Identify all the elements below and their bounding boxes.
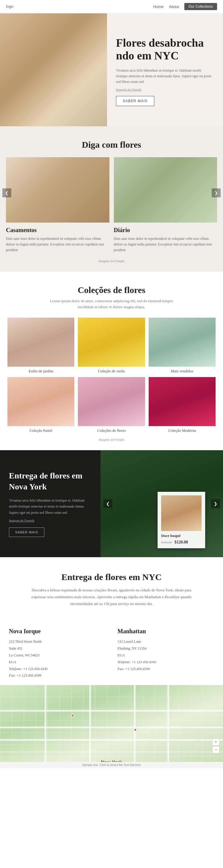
collection-item-3[interactable]: Mais vendidos	[149, 318, 216, 374]
hero-title: Flores desabrocha ndo em NYC	[116, 36, 213, 62]
collections-section: Coleções de flores Lorem ipsum dolor sit…	[0, 272, 223, 451]
nyc-delivery-title: Entrega de flores em NYC	[9, 572, 214, 582]
delivery-dark-cta-button[interactable]: SABER MAIS	[9, 527, 44, 537]
collection-img-6	[149, 377, 216, 426]
nav-links: Home About Our Collections	[153, 3, 217, 10]
map-zoom-controls: + −	[212, 738, 219, 753]
carousel-item-weddings: Casamentos Duis aute irure dolor in repr…	[6, 157, 109, 253]
location-manhattan: Manhattan 132 Laurel LaneFlushing, NY 11…	[117, 628, 214, 679]
carousel-title-weddings: Casamentos	[6, 227, 109, 234]
collection-label-2: Coleção de verão	[78, 369, 145, 374]
bouquet-new-price: $120.00	[174, 540, 188, 545]
delivery-dark-freepik-link[interactable]: Imagem de Freepik	[9, 519, 91, 522]
locations-section: Nova Iorque 232 Third Street NorthSuite …	[0, 619, 223, 679]
logo: logo	[6, 4, 13, 9]
carousel-title-daily: Diário	[114, 227, 217, 234]
bouquet-card: Doce buquê $150.00 $120.00	[158, 492, 205, 548]
collections-subtitle: Lorem ipsum dolor sit amet, consectetur …	[49, 298, 174, 311]
navigation: logo Home About Our Collections	[0, 0, 223, 13]
hero-image	[0, 13, 107, 126]
delivery-dark-title: Entrega de flores em Nova York	[9, 470, 91, 492]
collection-item-6[interactable]: Coleção Moderna	[149, 377, 216, 433]
collection-item-1[interactable]: Estilo de jardim	[7, 318, 74, 374]
map-section: New York + − Sample text. Click to selec…	[0, 685, 223, 768]
say-section-title: Diga com flores	[6, 140, 217, 150]
nav-collections[interactable]: Our Collections	[184, 3, 217, 10]
hero-content: Flores desabrocha ndo em NYC Vivamus arc…	[107, 13, 223, 126]
collection-item-4[interactable]: Coleção Pastel	[7, 377, 74, 433]
collection-img-1	[7, 318, 74, 367]
carousel-arrow-right[interactable]: ❯	[212, 188, 221, 197]
bouquet-pricing: $150.00 $120.00	[161, 539, 202, 545]
nyc-delivery-description: Descubra a beleza requintada de nossas c…	[28, 587, 195, 607]
collections-title: Coleções de flores	[7, 285, 216, 295]
location-nova-iorque-address: 232 Third Street NorthSuite 451La Crosse…	[9, 638, 106, 679]
collection-label-5: Coleções de flores	[78, 428, 145, 433]
delivery-carousel-arrow-right[interactable]: ❯	[211, 499, 220, 508]
carousel-wrapper: ❮ Casamentos Duis aute irure dolor in re…	[6, 157, 217, 253]
hero-description: Vivamus arcu felis bibendum ut tristique…	[116, 68, 213, 85]
delivery-dark-description: Vivamus arcu felis bibendum ut tristique…	[9, 497, 91, 516]
carousel-arrow-left[interactable]: ❮	[2, 188, 11, 197]
location-nova-iorque-name: Nova Iorque	[9, 628, 106, 635]
collection-item-2[interactable]: Coleção de verão	[78, 318, 145, 374]
delivery-carousel-arrow-left[interactable]: ❮	[104, 499, 112, 508]
location-nova-iorque: Nova Iorque 232 Third Street NorthSuite …	[9, 628, 106, 679]
hero-cta-button[interactable]: SABER MAIS	[116, 96, 154, 106]
collections-freepik-note: Imagens de Freepik	[7, 438, 216, 441]
delivery-left-content: Entrega de flores em Nova York Vivamus a…	[0, 450, 101, 557]
nyc-delivery-section: Entrega de flores em NYC Descubra a bele…	[0, 557, 223, 619]
nav-about[interactable]: About	[169, 4, 179, 9]
map-zoom-out[interactable]: −	[212, 746, 219, 753]
nav-home[interactable]: Home	[153, 4, 164, 9]
collection-img-2	[78, 318, 145, 367]
bouquet-old-price: $150.00	[161, 540, 172, 544]
carousel-item-daily: Diário Duis aute irure dolor in reprehen…	[114, 157, 217, 253]
location-manhattan-name: Manhattan	[117, 628, 214, 635]
location-manhattan-address: 132 Laurel LaneFlushing, NY 11354EUATele…	[117, 638, 214, 672]
hero-freepik-link[interactable]: Imagem de Freepik	[116, 88, 213, 91]
hero-section: Flores desabrocha ndo em NYC Vivamus arc…	[0, 13, 223, 126]
map-pin-2	[134, 728, 137, 731]
bouquet-image	[161, 495, 202, 531]
say-freepik-note: Imagens de Freepik	[6, 259, 217, 263]
bouquet-title: Doce buquê	[161, 533, 202, 538]
collection-item-5[interactable]: Coleções de flores	[78, 377, 145, 433]
collection-img-3	[149, 318, 216, 367]
carousel-desc-daily: Duis aute irure dolor in reprehenderit i…	[114, 236, 217, 253]
carousel-image-daily	[114, 157, 217, 223]
map-bottom-bar: Sample text. Click to select the Text El…	[0, 762, 223, 768]
collection-label-6: Coleção Moderna	[149, 428, 216, 433]
delivery-right-content: ❮ ❯ Doce buquê $150.00 $120.00	[101, 450, 223, 557]
say-with-flowers-section: Diga com flores ❮ Casamentos Duis aute i…	[0, 126, 223, 272]
collection-img-5	[78, 377, 145, 426]
carousel-row: Casamentos Duis aute irure dolor in repr…	[6, 157, 217, 253]
carousel-desc-weddings: Duis aute irure dolor in reprehenderit i…	[6, 236, 109, 253]
collection-label-4: Coleção Pastel	[7, 428, 74, 433]
collections-grid: Estilo de jardim Coleção de verão Mais v…	[7, 318, 216, 433]
collection-label-3: Mais vendidos	[149, 369, 216, 374]
collection-label-1: Estilo de jardim	[7, 369, 74, 374]
carousel-image-weddings	[6, 157, 109, 223]
collection-img-4	[7, 377, 74, 426]
delivery-dark-section: Entrega de flores em Nova York Vivamus a…	[0, 450, 223, 557]
map-zoom-in[interactable]: +	[212, 738, 219, 746]
